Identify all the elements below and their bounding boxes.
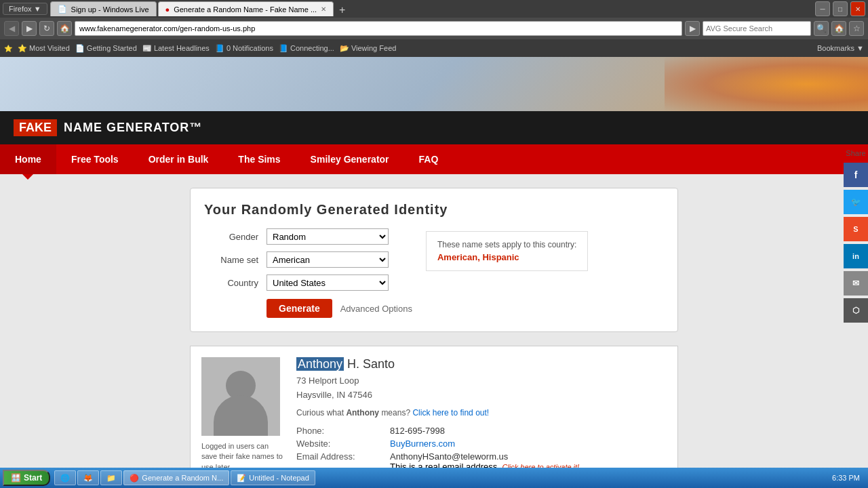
taskbar-items: 🌐 🦊 📁 🔴 Generate a Random N... 📝 Untitle…	[54, 470, 825, 485]
back-button[interactable]: ◀	[4, 21, 19, 36]
generator-box: Your Randomly Generated Identity Gender …	[190, 188, 678, 332]
namesets-info: These name sets apply to this country: A…	[426, 228, 588, 318]
taskbar-icon-folder: 📁	[100, 470, 122, 485]
form-fields: Gender Random Name set American	[204, 228, 412, 318]
folder-icon: 📁	[106, 474, 116, 483]
home-button[interactable]: 🏠	[57, 21, 72, 36]
nav-smiley[interactable]: Smiley Generator	[296, 144, 404, 174]
forward-button[interactable]: ▶	[22, 21, 37, 36]
new-tab-button[interactable]: +	[335, 4, 349, 16]
generator-form-layout: Gender Random Name set American	[204, 228, 664, 318]
gender-label: Gender	[204, 232, 258, 242]
minimize-button[interactable]: ─	[815, 1, 830, 16]
share-linkedin[interactable]: in	[844, 244, 868, 268]
curious-link[interactable]: Click here to find out!	[412, 408, 489, 418]
address-bar[interactable]	[75, 21, 682, 36]
browser-background	[0, 57, 868, 111]
restore-button[interactable]: □	[833, 1, 848, 16]
gender-row: Gender Random	[204, 228, 412, 245]
curious-text: Curious what	[296, 408, 344, 418]
notepad-label: Untitled - Notepad	[249, 474, 309, 482]
curious-line: Curious what Anthony means? Click here t…	[296, 408, 667, 418]
result-card: Logged in users can save their fake name…	[190, 346, 678, 488]
ff-icon: 🦊	[83, 474, 93, 483]
nameset-select[interactable]: American	[267, 251, 389, 268]
share-stumbleupon[interactable]: S	[844, 217, 868, 241]
nav-home[interactable]: Home	[0, 144, 56, 174]
firefox-button[interactable]: Firefox ▼	[3, 3, 47, 15]
nav-free-tools[interactable]: Free Tools	[56, 144, 134, 174]
share-label: Share	[846, 149, 865, 157]
taskbar-icon-ie: 🌐	[54, 470, 76, 485]
tab2-close-icon[interactable]: ✕	[321, 5, 326, 13]
logo-fake: FAKE	[14, 119, 57, 136]
tab2-label: Generate a Random Name - Fake Name ...	[174, 5, 317, 14]
taskbar: 🪟 Start 🌐 🦊 📁 🔴 Generate a Random N... 📝…	[0, 468, 868, 488]
notepad-icon: 📝	[237, 474, 246, 483]
generate-tab-icon: 🔴	[130, 474, 139, 483]
refresh-button[interactable]: ↻	[39, 21, 54, 36]
firefox-logo	[665, 57, 868, 111]
taskbar-notepad[interactable]: 📝 Untitled - Notepad	[231, 470, 315, 485]
close-button[interactable]: ✕	[850, 1, 865, 16]
share-email[interactable]: ✉	[844, 271, 868, 296]
email-value: AnthonyHSanto@teleworm.us	[390, 451, 667, 462]
share-generic[interactable]: ⬡	[844, 298, 868, 323]
nav-faq[interactable]: FAQ	[404, 144, 454, 174]
phone-label: Phone:	[296, 426, 384, 436]
browser-navbar: ◀ ▶ ↻ 🏠 ▶ 🔍 🏠 ☆	[0, 18, 868, 39]
bookmarks-label: ⭐	[4, 45, 12, 52]
avatar-image	[201, 357, 280, 436]
generate-tab-label: Generate a Random N...	[142, 474, 223, 482]
ie-icon: 🌐	[60, 474, 70, 483]
share-facebook[interactable]: f	[844, 163, 868, 187]
content-area: Your Randomly Generated Identity Gender …	[0, 174, 868, 488]
curious-name: Anthony	[346, 408, 379, 418]
start-button[interactable]: 🪟 Start	[3, 470, 50, 486]
identity-section: Anthony H. Santo 73 Helport Loop Haysvil…	[296, 357, 667, 485]
site-header: FAKE NAME GENERATOR™	[0, 111, 868, 144]
address-line1: 73 Helport Loop	[296, 374, 667, 388]
browser-tab-2[interactable]: ● Generate a Random Name - Fake Name ...…	[158, 1, 334, 16]
bm-notifications[interactable]: 📘 0 Notifications	[215, 44, 273, 53]
bm-latest-headlines[interactable]: 📰 Latest Headlines	[142, 44, 210, 53]
bm-viewing-feed[interactable]: 📂 Viewing Feed	[340, 44, 397, 53]
website-value[interactable]: BuyBurners.com	[390, 439, 667, 449]
website-label: Website:	[296, 439, 384, 449]
taskbar-generate[interactable]: 🔴 Generate a Random N...	[123, 470, 229, 485]
curious-suffix: means?	[381, 408, 410, 418]
form-actions: Generate Advanced Options	[267, 299, 412, 318]
identity-name: Anthony H. Santo	[296, 357, 667, 371]
address-line2: Haysville, IN 47546	[296, 388, 667, 403]
nav-order-bulk[interactable]: Order in Bulk	[134, 144, 224, 174]
browser-tab-1[interactable]: 📄 Sign up - Windows Live	[50, 1, 157, 16]
clock-time: 6:33 PM	[832, 474, 860, 482]
search-input[interactable]	[703, 21, 811, 36]
namesets-note: These name sets apply to this country:	[437, 240, 576, 249]
browser-titlebar: Firefox ▼ 📄 Sign up - Windows Live ● Gen…	[0, 0, 868, 18]
browser-home-button[interactable]: 🏠	[831, 21, 846, 36]
nav-the-sims[interactable]: The Sims	[223, 144, 295, 174]
namesets-values: American, Hispanic	[437, 252, 576, 262]
bookmarks-bar: ⭐ ⭐ Most Visited 📄 Getting Started 📰 Lat…	[0, 39, 868, 57]
logo-rest: NAME GENERATOR™	[64, 121, 202, 135]
gender-select[interactable]: Random	[267, 228, 389, 245]
bm-most-visited[interactable]: ⭐ Most Visited	[18, 44, 70, 53]
start-label: Start	[24, 473, 42, 483]
go-button[interactable]: ▶	[685, 21, 700, 36]
bm-connecting[interactable]: 📘 Connecting...	[279, 44, 334, 53]
namesets-box: These name sets apply to this country: A…	[426, 231, 588, 271]
country-select[interactable]: United States	[267, 274, 389, 291]
advanced-options-link[interactable]: Advanced Options	[340, 304, 412, 314]
bm-getting-started[interactable]: 📄 Getting Started	[75, 44, 137, 53]
share-twitter[interactable]: 🐦	[844, 190, 868, 214]
country-row: Country United States	[204, 274, 412, 291]
bookmark-star[interactable]: ☆	[849, 21, 864, 36]
browser-tabs: 📄 Sign up - Windows Live ● Generate a Ra…	[50, 1, 810, 16]
tab1-favicon: 📄	[58, 5, 67, 14]
identity-address: 73 Helport Loop Haysville, IN 47546	[296, 374, 667, 403]
bookmarks-manage[interactable]: Bookmarks ▼	[817, 44, 864, 52]
generate-button[interactable]: Generate	[267, 299, 332, 318]
tab1-label: Sign up - Windows Live	[71, 5, 149, 14]
search-button[interactable]: 🔍	[814, 21, 829, 36]
